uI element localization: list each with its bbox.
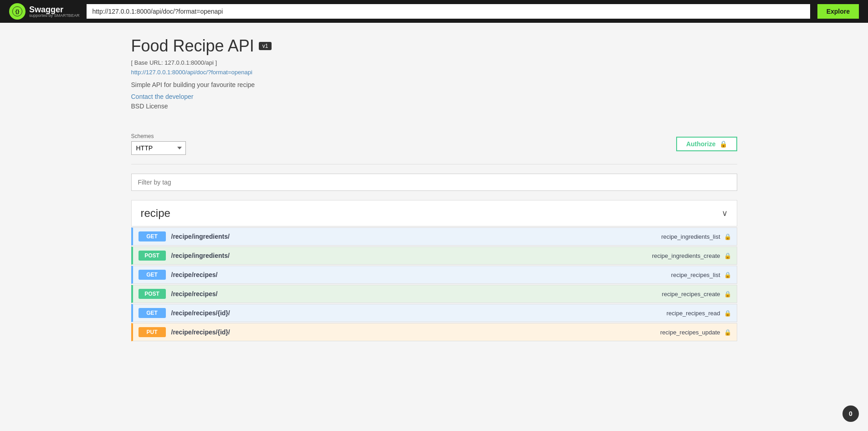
recipe-section-title: recipe bbox=[141, 207, 170, 220]
logo-area: {} Swagger supported by SMARTBEAR bbox=[9, 3, 79, 20]
endpoint-path: /recipe/recipes/ bbox=[171, 290, 657, 298]
filter-input[interactable] bbox=[131, 174, 737, 191]
logo-text-area: Swagger supported by SMARTBEAR bbox=[29, 5, 79, 18]
endpoint-lock-icon: 🔒 bbox=[724, 252, 731, 259]
api-title-section: Food Recipe API v1 [ Base URL: 127.0.0.1… bbox=[131, 36, 737, 110]
top-nav: {} Swagger supported by SMARTBEAR Explor… bbox=[0, 0, 868, 23]
svg-text:{}: {} bbox=[15, 9, 20, 14]
endpoint-path: /recipe/ingredients/ bbox=[171, 252, 647, 259]
endpoint-row[interactable]: POST/recipe/ingredients/recipe_ingredien… bbox=[131, 246, 737, 265]
endpoint-lock-icon: 🔒 bbox=[724, 291, 731, 298]
endpoint-row[interactable]: GET/recipe/recipes/recipe_recipes_list🔒 bbox=[131, 266, 737, 284]
recipe-section-header[interactable]: recipe ∨ bbox=[131, 200, 737, 226]
method-badge-post: POST bbox=[139, 289, 166, 299]
authorize-label: Authorize bbox=[686, 140, 716, 148]
main-content: Food Recipe API v1 [ Base URL: 127.0.0.1… bbox=[122, 23, 746, 356]
filter-section bbox=[131, 174, 737, 191]
logo-name: Swagger bbox=[29, 5, 79, 14]
method-badge-get: GET bbox=[139, 308, 166, 318]
authorize-button[interactable]: Authorize 🔒 bbox=[676, 137, 737, 151]
api-url-input[interactable] bbox=[87, 4, 810, 19]
endpoint-path: /recipe/recipes/ bbox=[171, 271, 666, 278]
endpoint-row[interactable]: PUT/recipe/recipes/{id}/recipe_recipes_u… bbox=[131, 323, 737, 341]
endpoint-path: /recipe/recipes/{id}/ bbox=[171, 309, 661, 317]
version-badge: v1 bbox=[259, 42, 272, 50]
endpoint-lock-icon: 🔒 bbox=[724, 310, 731, 317]
schemes-row: Schemes HTTP HTTPS Authorize 🔒 bbox=[131, 124, 737, 164]
endpoint-row[interactable]: GET/recipe/ingredients/recipe_ingredient… bbox=[131, 227, 737, 246]
api-doc-link[interactable]: http://127.0.0.1:8000/api/doc/?format=op… bbox=[131, 69, 737, 76]
api-description: Simple API for building your favourite r… bbox=[131, 81, 737, 88]
endpoint-operation-name: recipe_recipes_read🔒 bbox=[667, 310, 731, 317]
explore-button[interactable]: Explore bbox=[817, 4, 859, 19]
endpoint-operation-name: recipe_recipes_create🔒 bbox=[662, 291, 731, 298]
endpoint-row[interactable]: GET/recipe/recipes/{id}/recipe_recipes_r… bbox=[131, 304, 737, 322]
endpoint-operation-name: recipe_recipes_update🔒 bbox=[660, 329, 731, 336]
endpoint-path: /recipe/ingredients/ bbox=[171, 233, 656, 240]
endpoint-operation-name: recipe_ingredients_create🔒 bbox=[652, 252, 731, 259]
api-title: Food Recipe API bbox=[131, 36, 254, 56]
endpoint-path: /recipe/recipes/{id}/ bbox=[171, 328, 655, 336]
schemes-section: Schemes HTTP HTTPS bbox=[131, 133, 186, 155]
endpoint-lock-icon: 🔒 bbox=[724, 329, 731, 336]
endpoint-lock-icon: 🔒 bbox=[724, 233, 731, 240]
endpoint-operation-name: recipe_ingredients_list🔒 bbox=[661, 233, 731, 240]
schemes-select[interactable]: HTTP HTTPS bbox=[131, 141, 186, 155]
logo-sub-text: supported by SMARTBEAR bbox=[29, 14, 79, 18]
swagger-logo-icon: {} bbox=[9, 3, 26, 20]
endpoint-row[interactable]: POST/recipe/recipes/recipe_recipes_creat… bbox=[131, 285, 737, 303]
endpoints-list: GET/recipe/ingredients/recipe_ingredient… bbox=[131, 227, 737, 341]
authorize-lock-icon: 🔒 bbox=[719, 140, 727, 148]
endpoint-operation-name: recipe_recipes_list🔒 bbox=[671, 272, 731, 278]
method-badge-post: POST bbox=[139, 251, 166, 261]
method-badge-get: GET bbox=[139, 231, 166, 241]
bottom-count-badge: 0 bbox=[842, 405, 859, 422]
license-text: BSD License bbox=[131, 103, 168, 110]
schemes-label: Schemes bbox=[131, 133, 186, 139]
method-badge-put: PUT bbox=[139, 327, 166, 337]
endpoint-lock-icon: 🔒 bbox=[724, 272, 731, 278]
contact-link[interactable]: Contact the developer bbox=[131, 93, 737, 100]
method-badge-get: GET bbox=[139, 270, 166, 280]
api-title-row: Food Recipe API v1 bbox=[131, 36, 737, 56]
base-url: [ Base URL: 127.0.0.1:8000/api ] bbox=[131, 59, 737, 66]
chevron-down-icon: ∨ bbox=[722, 208, 728, 218]
